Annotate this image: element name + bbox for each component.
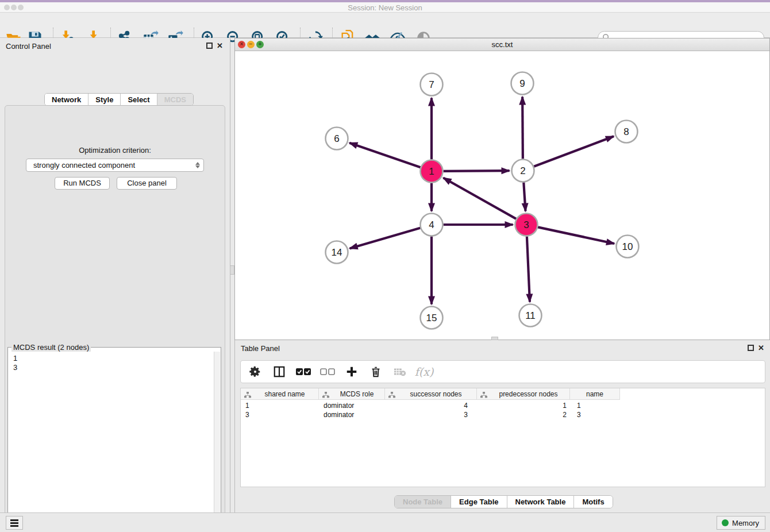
float-table-panel-icon[interactable]: [748, 345, 754, 351]
node-9[interactable]: 9: [511, 72, 534, 95]
column-header-shared-name[interactable]: shared name: [241, 388, 319, 400]
float-panel-icon[interactable]: [206, 43, 213, 49]
node-1[interactable]: 1: [421, 160, 443, 183]
column-attribute-icon: [322, 391, 329, 398]
mcds-result-item: 1: [13, 354, 214, 363]
delete-table-icon: [392, 364, 407, 379]
main-toolbar: [0, 13, 770, 38]
network-view-window: × − + scc.txt 7968124314101511: [234, 38, 770, 340]
network-window-titlebar: × − + scc.txt: [235, 38, 769, 51]
vertical-splitter-handle[interactable]: [230, 265, 234, 275]
close-table-panel-icon[interactable]: ✕: [758, 344, 764, 352]
node-label: 14: [332, 247, 342, 258]
table-row[interactable]: 3dominator323: [241, 410, 620, 419]
edge-2-to-8[interactable]: [534, 136, 614, 166]
tab-edge-table[interactable]: Edge Table: [451, 496, 507, 508]
cell-shared-name: 1: [241, 401, 319, 410]
settings-gear-icon[interactable]: [248, 364, 263, 379]
close-panel-button[interactable]: Close panel: [117, 177, 177, 190]
node-label: 6: [334, 133, 339, 144]
edge-3-to-1[interactable]: [443, 178, 516, 219]
delete-column-icon[interactable]: [368, 364, 383, 379]
column-header-predecessor-nodes[interactable]: predecessor nodes: [477, 388, 570, 400]
column-header-label: shared name: [251, 390, 318, 398]
table-panel-header: Table Panel ✕: [235, 340, 770, 356]
cell-MCDS-role: dominator: [319, 401, 385, 410]
criterion-selected-value: strongly connected component: [33, 161, 195, 169]
cell-name: 3: [570, 410, 620, 419]
edge-3-to-10[interactable]: [538, 227, 614, 244]
tab-mcds[interactable]: MCDS: [157, 94, 193, 105]
node-14[interactable]: 14: [326, 241, 348, 264]
edge-3-to-11[interactable]: [527, 236, 530, 302]
edge-1-to-2[interactable]: [443, 171, 509, 171]
node-6[interactable]: 6: [326, 128, 348, 150]
control-panel: Control Panel ✕ NetworkStyleSelectMCDS O…: [0, 38, 230, 512]
table-panel: Table Panel ✕: [234, 340, 770, 512]
memory-button[interactable]: Memory: [717, 516, 765, 530]
mcds-result-list[interactable]: 13: [9, 352, 214, 532]
node-15[interactable]: 15: [421, 307, 443, 329]
table-header-row: shared nameMCDS rolesuccessor nodesprede…: [241, 388, 620, 400]
column-header-name[interactable]: name: [570, 388, 620, 400]
node-label: 11: [525, 310, 536, 321]
titlebar: Session: New Session: [0, 2, 770, 13]
column-header-label: predecessor nodes: [487, 390, 569, 398]
edge-1-to-6[interactable]: [349, 143, 420, 168]
memory-label: Memory: [732, 519, 759, 527]
network-canvas[interactable]: 7968124314101511: [235, 51, 769, 340]
memory-status-icon: [722, 519, 729, 526]
column-header-label: successor nodes: [395, 390, 476, 398]
mcds-result-item: 3: [13, 363, 214, 372]
tab-style[interactable]: Style: [88, 94, 121, 105]
column-header-successor-nodes[interactable]: successor nodes: [385, 388, 477, 400]
edge-4-to-14[interactable]: [350, 228, 421, 249]
task-history-button[interactable]: [6, 516, 23, 530]
criterion-select[interactable]: strongly connected component: [26, 159, 204, 172]
control-panel-tabs: NetworkStyleSelectMCDS: [44, 93, 194, 106]
node-3[interactable]: 3: [515, 214, 538, 236]
mcds-result-group: MCDS result (2 nodes) 13: [7, 347, 221, 532]
mcds-panel: Optimization criterion: strongly connect…: [5, 105, 225, 532]
node-7[interactable]: 7: [421, 74, 443, 96]
column-layout-icon[interactable]: [272, 364, 287, 379]
control-panel-header: Control Panel ✕: [0, 38, 230, 54]
node-11[interactable]: 11: [519, 304, 542, 327]
cell-successor-nodes: 3: [385, 410, 477, 419]
node-10[interactable]: 10: [617, 236, 639, 258]
result-scrollbar[interactable]: [214, 352, 220, 532]
edge-2-to-9[interactable]: [522, 97, 523, 159]
tab-node-table[interactable]: Node Table: [395, 496, 451, 508]
mcds-result-title: MCDS result (2 nodes): [11, 343, 91, 352]
select-all-checks-icon[interactable]: [296, 364, 311, 379]
table-row[interactable]: 1dominator411: [241, 401, 620, 410]
node-label: 1: [429, 166, 434, 177]
node-8[interactable]: 8: [615, 121, 638, 143]
node-label: 2: [520, 165, 525, 176]
tab-network[interactable]: Network: [45, 94, 88, 105]
add-column-icon[interactable]: [344, 364, 359, 379]
edge-2-to-3[interactable]: [523, 182, 525, 211]
column-header-MCDS-role[interactable]: MCDS role: [319, 388, 385, 400]
close-panel-icon[interactable]: ✕: [217, 41, 223, 50]
tab-network-table[interactable]: Network Table: [507, 496, 575, 508]
node-4[interactable]: 4: [421, 214, 443, 236]
cell-shared-name: 3: [241, 410, 319, 419]
node-label: 7: [429, 79, 434, 90]
run-mcds-button[interactable]: Run MCDS: [55, 177, 110, 190]
column-attribute-icon: [244, 391, 251, 398]
column-attribute-icon: [388, 391, 395, 398]
node-label: 15: [426, 313, 437, 323]
tab-motifs[interactable]: Motifs: [574, 496, 612, 508]
node-2[interactable]: 2: [512, 160, 534, 182]
column-attribute-icon: [480, 391, 487, 398]
application-window: Session: New Session: [0, 0, 770, 532]
cell-successor-nodes: 4: [385, 401, 477, 410]
function-builder-icon: f(x): [417, 364, 432, 379]
deselect-all-checks-icon[interactable]: [320, 364, 335, 379]
column-header-label: name: [570, 390, 619, 398]
tab-select[interactable]: Select: [121, 94, 157, 105]
optimization-criterion-label: Optimization criterion:: [5, 146, 225, 155]
cell-name: 1: [570, 401, 620, 410]
network-window-title: scc.txt: [235, 40, 769, 49]
